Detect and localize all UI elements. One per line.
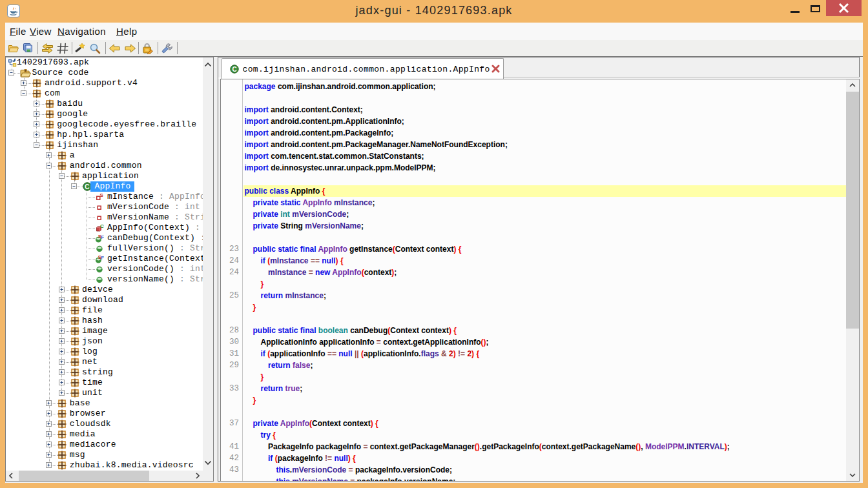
- svg-text:S: S: [100, 192, 104, 198]
- svg-text:C: C: [232, 66, 236, 73]
- svg-text:F: F: [101, 255, 105, 261]
- svg-text:F: F: [101, 234, 105, 240]
- svg-text:C: C: [100, 223, 104, 229]
- svg-text:C: C: [85, 183, 89, 190]
